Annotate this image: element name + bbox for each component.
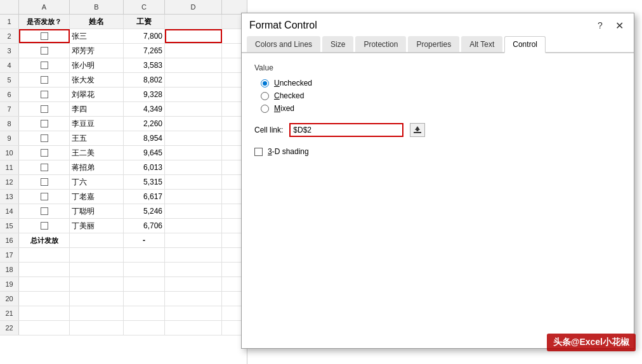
row-num: 20 (0, 292, 19, 306)
cell-c19 (124, 277, 165, 291)
cell-b21 (70, 306, 124, 320)
radio-checked-circle[interactable] (261, 92, 269, 100)
table-row: 21 (0, 306, 247, 321)
cell-c12: 5,315 (124, 175, 165, 189)
row-num: 2 (0, 29, 19, 43)
cell-link-row: Cell link: (254, 123, 621, 137)
cell-b5: 张大发 (70, 73, 124, 87)
radio-item-unchecked: Unchecked (261, 79, 621, 88)
cell-b14: 丁聪明 (70, 204, 124, 218)
tab-alt-text[interactable]: Alt Text (461, 36, 502, 52)
checkbox[interactable] (41, 193, 48, 200)
cell-d15 (165, 219, 222, 233)
svg-marker-1 (415, 126, 420, 131)
cell-link-label: Cell link: (254, 126, 283, 134)
upload-icon (413, 126, 422, 134)
shading-label: 3-D shading (268, 147, 309, 156)
cell-b18 (70, 263, 124, 276)
tab-size[interactable]: Size (322, 36, 353, 52)
table-row: 13 丁老嘉 6,617 (0, 190, 247, 204)
row-num: 1 (0, 15, 19, 29)
cell-a9 (19, 131, 70, 145)
checkbox-a2[interactable] (41, 32, 48, 40)
checkbox[interactable] (41, 105, 48, 113)
cell-b1: 姓名 (70, 15, 124, 29)
checkbox[interactable] (41, 222, 48, 230)
cell-c8: 2,260 (124, 117, 165, 131)
cell-a6 (19, 88, 70, 101)
cell-a12 (19, 175, 70, 189)
table-row: 16 总计发放 - (0, 233, 247, 248)
cell-c4: 3,583 (124, 58, 165, 72)
cell-b8: 李豆豆 (70, 117, 124, 131)
table-row: 3 邓芳芳 7,265 (0, 44, 247, 58)
table-row: 7 李四 4,349 (0, 102, 247, 117)
checkbox[interactable] (41, 62, 48, 69)
cell-link-upload-button[interactable] (410, 123, 425, 137)
cell-b17 (70, 248, 124, 262)
dialog-body: Value Unchecked Checked Mixed Cell lin (242, 53, 634, 176)
cell-a8 (19, 117, 70, 131)
row-num: 7 (0, 102, 19, 116)
cell-c6: 9,328 (124, 88, 165, 101)
table-row: 22 (0, 321, 247, 335)
cell-d2 (165, 29, 222, 43)
cell-b6: 刘翠花 (70, 88, 124, 101)
table-row: 9 王五 8,954 (0, 131, 247, 146)
cell-a11 (19, 160, 70, 174)
shading-checkbox[interactable] (254, 148, 263, 156)
cell-d16 (165, 233, 222, 247)
cell-a10 (19, 146, 70, 160)
cell-a1: 是否发放？ (19, 15, 70, 29)
tab-properties[interactable]: Properties (408, 36, 459, 52)
cell-link-input[interactable] (289, 123, 403, 137)
checkbox[interactable] (41, 134, 48, 142)
cell-a13 (19, 190, 70, 204)
cell-c22 (124, 321, 165, 335)
cell-c5: 8,802 (124, 73, 165, 87)
cell-d6 (165, 88, 222, 101)
checkbox[interactable] (41, 76, 48, 84)
cell-b2: 张三 (70, 29, 124, 43)
cell-b13: 丁老嘉 (70, 190, 124, 204)
table-row: 11 蒋招弟 6,013 (0, 160, 247, 175)
tab-control[interactable]: Control (504, 36, 546, 53)
col-header-d: D (165, 0, 222, 14)
cell-a16: 总计发放 (19, 233, 70, 247)
cell-a22 (19, 321, 70, 335)
row-num: 3 (0, 44, 19, 58)
checkbox[interactable] (41, 164, 48, 171)
tab-bar: Colors and Lines Size Protection Propert… (242, 36, 634, 53)
format-control-dialog: Format Control ? ✕ Colors and Lines Size… (241, 13, 634, 349)
row-num: 4 (0, 58, 19, 72)
table-row: 19 (0, 277, 247, 292)
cell-d4 (165, 58, 222, 72)
cell-c9: 8,954 (124, 131, 165, 145)
radio-unchecked-circle[interactable] (261, 79, 269, 88)
table-row: 4 张小明 3,583 (0, 58, 247, 73)
checkbox[interactable] (41, 120, 48, 127)
svg-rect-0 (414, 132, 421, 133)
row-num: 17 (0, 248, 19, 262)
cell-d7 (165, 102, 222, 116)
cell-b10: 王二美 (70, 146, 124, 160)
cell-c16: - (124, 233, 165, 247)
help-button[interactable]: ? (593, 18, 607, 32)
cell-d13 (165, 190, 222, 204)
checkbox[interactable] (41, 91, 48, 98)
checkbox[interactable] (41, 47, 48, 55)
dialog-controls: ? ✕ (593, 18, 626, 32)
close-button[interactable]: ✕ (612, 18, 626, 32)
checkbox[interactable] (41, 178, 48, 186)
checkbox[interactable] (41, 207, 48, 215)
table-row: 1 是否发放？ 姓名 工资 (0, 15, 247, 29)
cell-c13: 6,617 (124, 190, 165, 204)
row-num: 5 (0, 73, 19, 87)
radio-mixed-circle[interactable] (261, 105, 269, 113)
radio-item-checked: Checked (261, 91, 621, 100)
checkbox[interactable] (41, 149, 48, 157)
tab-colors-lines[interactable]: Colors and Lines (247, 36, 320, 52)
tab-protection[interactable]: Protection (355, 36, 406, 52)
cell-c1: 工资 (124, 15, 165, 29)
radio-mixed-label: Mixed (274, 104, 294, 113)
